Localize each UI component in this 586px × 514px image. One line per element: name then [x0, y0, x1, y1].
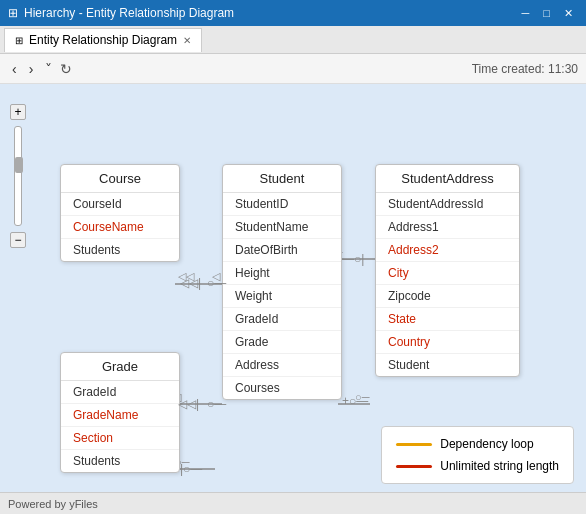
legend-label-dependency: Dependency loop	[440, 437, 533, 451]
nav-forward-button[interactable]: ›	[25, 59, 38, 79]
sa-field-zipcode: Zipcode	[376, 285, 519, 308]
course-entity[interactable]: Course CourseId CourseName Students	[60, 164, 180, 262]
student-field-dob: DateOfBirth	[223, 239, 341, 262]
studentaddress-entity[interactable]: StudentAddress StudentAddressId Address1…	[375, 164, 520, 377]
tab-label: Entity Relationship Diagram	[29, 33, 177, 47]
toolbar: ‹ › ˅ ↻ Time created: 11:30	[0, 54, 586, 84]
tab-bar: ⊞ Entity Relationship Diagram ✕	[0, 26, 586, 54]
connector-section: |○—	[180, 462, 202, 476]
connector-grade-r: +○—	[342, 394, 368, 408]
sa-field-state: State	[376, 308, 519, 331]
svg-text:○─: ○─	[355, 391, 370, 403]
tab-icon: ⊞	[15, 35, 23, 46]
close-button[interactable]: ✕	[559, 7, 578, 20]
student-field-weight: Weight	[223, 285, 341, 308]
toolbar-nav[interactable]: ‹ › ˅ ↻	[8, 59, 72, 79]
title-bar-left: ⊞ Hierarchy - Entity Relationship Diagra…	[8, 6, 234, 20]
slider-track[interactable]	[14, 126, 22, 226]
grade-field-gradename: GradeName	[61, 404, 179, 427]
diagram-tab[interactable]: ⊞ Entity Relationship Diagram ✕	[4, 28, 202, 52]
svg-text:◁◁: ◁◁	[178, 270, 195, 282]
tab-close-button[interactable]: ✕	[183, 35, 191, 46]
legend-item-unlimited: Unlimited string length	[396, 459, 559, 473]
zoom-slider[interactable]: + −	[10, 104, 26, 248]
legend-line-red	[396, 465, 432, 468]
grade-title: Grade	[61, 353, 179, 381]
refresh-icon[interactable]: ↻	[60, 61, 72, 77]
grade-entity[interactable]: Grade GradeId GradeName Section Students	[60, 352, 180, 473]
course-field-students: Students	[61, 239, 179, 261]
title-bar: ⊞ Hierarchy - Entity Relationship Diagra…	[0, 0, 586, 26]
sa-field-country: Country	[376, 331, 519, 354]
sa-field-city: City	[376, 262, 519, 285]
zoom-in-button[interactable]: +	[10, 104, 26, 120]
nav-down-button[interactable]: ˅	[41, 59, 56, 79]
legend-item-dependency: Dependency loop	[396, 437, 559, 451]
powered-text: Powered by yFiles	[8, 498, 98, 510]
sa-field-student: Student	[376, 354, 519, 376]
sa-field-address1: Address1	[376, 216, 519, 239]
course-title: Course	[61, 165, 179, 193]
legend-line-orange	[396, 443, 432, 446]
student-entity[interactable]: Student StudentID StudentName DateOfBirt…	[222, 164, 342, 400]
course-field-courseid: CourseId	[61, 193, 179, 216]
nav-back-button[interactable]: ‹	[8, 59, 21, 79]
grade-field-section: Section	[61, 427, 179, 450]
legend-label-unlimited: Unlimited string length	[440, 459, 559, 473]
app-icon: ⊞	[8, 6, 18, 20]
timestamp: Time created: 11:30	[472, 62, 578, 76]
student-title: Student	[223, 165, 341, 193]
grade-field-gradeid: GradeId	[61, 381, 179, 404]
student-field-courses: Courses	[223, 377, 341, 399]
svg-text:◁: ◁	[212, 270, 221, 282]
grade-field-students: Students	[61, 450, 179, 472]
student-field-grade: Grade	[223, 331, 341, 354]
student-field-studentname: StudentName	[223, 216, 341, 239]
diagram-area[interactable]: ◁◁ ◁ ○─ ◁◁ ○─ ○─ + − Course CourseId Cou…	[0, 84, 586, 514]
student-field-address: Address	[223, 354, 341, 377]
maximize-button[interactable]: □	[538, 7, 555, 20]
student-field-studentid: StudentID	[223, 193, 341, 216]
connector-course-student: ◁◁|	[180, 276, 201, 290]
course-field-coursename: CourseName	[61, 216, 179, 239]
connector-sa: —○|	[342, 252, 364, 266]
sa-field-id: StudentAddressId	[376, 193, 519, 216]
zoom-out-button[interactable]: −	[10, 232, 26, 248]
legend: Dependency loop Unlimited string length	[381, 426, 574, 484]
studentaddress-title: StudentAddress	[376, 165, 519, 193]
minimize-button[interactable]: ─	[517, 7, 535, 20]
window-title: Hierarchy - Entity Relationship Diagram	[24, 6, 234, 20]
student-field-height: Height	[223, 262, 341, 285]
slider-thumb[interactable]	[15, 157, 23, 173]
title-bar-controls[interactable]: ─ □ ✕	[517, 7, 578, 20]
powered-bar: Powered by yFiles	[0, 492, 586, 514]
sa-field-address2: Address2	[376, 239, 519, 262]
student-field-gradeid: GradeId	[223, 308, 341, 331]
connector-grade-student: ◁◁|	[178, 397, 199, 411]
